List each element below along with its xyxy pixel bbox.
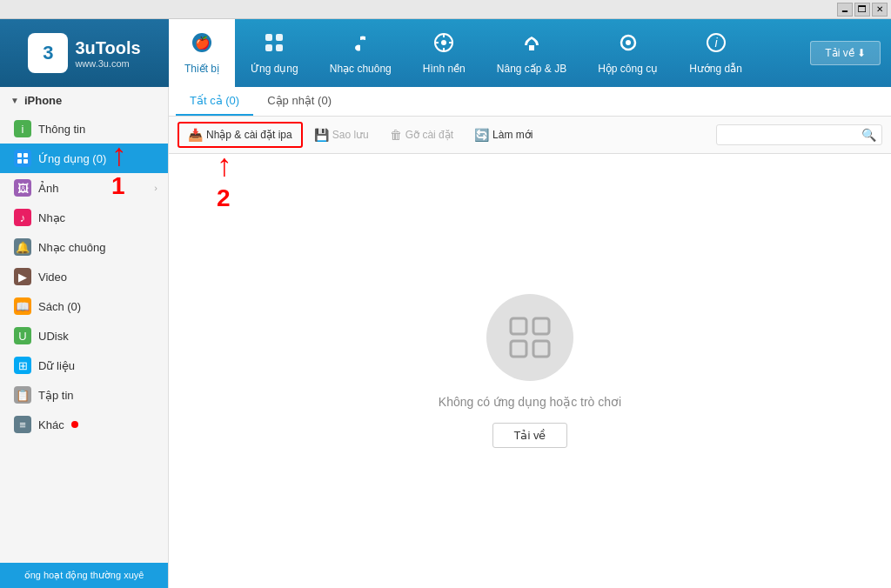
- ung-dung-icon: [263, 31, 285, 59]
- sao-luu-label: Sao lưu: [332, 129, 369, 141]
- tab-tat-ca[interactable]: Tất cả (0): [176, 87, 253, 116]
- tabs-bar: Tất cả (0) Cập nhật (0): [169, 87, 891, 117]
- du-lieu-icon: ⊞: [14, 357, 31, 374]
- thong-tin-icon: i: [14, 120, 31, 137]
- svg-rect-22: [533, 318, 549, 334]
- empty-download-button[interactable]: Tải về: [492, 423, 568, 448]
- nav-thiet-bi-label: Thiết bị: [184, 63, 219, 75]
- sao-luu-icon: 💾: [314, 128, 329, 142]
- download-button[interactable]: Tải về ⬇: [810, 41, 881, 65]
- khac-dot: [71, 421, 78, 428]
- video-icon: ▶: [14, 268, 31, 285]
- nav-nhac-chuong[interactable]: Nhạc chuông: [314, 19, 407, 87]
- nhac-label: Nhạc: [38, 211, 65, 224]
- ung-dung-label: Ứng dụng (0): [38, 152, 106, 165]
- sidebar-item-thong-tin[interactable]: i Thông tin: [0, 114, 168, 144]
- sidebar-title: iPhone: [24, 94, 62, 107]
- nhac-icon: ♪: [14, 209, 31, 226]
- nav-ung-dung[interactable]: Ứng dụng: [235, 19, 314, 87]
- close-button[interactable]: ✕: [872, 3, 888, 17]
- svg-text:🍎: 🍎: [195, 36, 211, 50]
- logo-area: 3 3uTools www.3u.com: [0, 19, 169, 87]
- sidebar-item-udisk[interactable]: U UDisk: [0, 321, 168, 351]
- empty-text: Không có ứng dụng hoặc trò chơi: [439, 395, 621, 409]
- sidebar-item-video[interactable]: ▶ Video: [0, 262, 168, 291]
- svg-rect-23: [511, 341, 526, 357]
- main-layout: ▼ iPhone i Thông tin Ứng dụng (0) 🖼 Ảnh …: [0, 87, 891, 588]
- sidebar-item-nhac-chuong[interactable]: 🔔 Nhạc chuông: [0, 232, 168, 262]
- sidebar-item-khac[interactable]: ≡ Khác: [0, 410, 168, 439]
- nav-hinh-nen[interactable]: Hình nền: [407, 19, 481, 87]
- tap-tin-icon: 📋: [14, 386, 31, 404]
- nhap-cai-dat-button[interactable]: 📥 Nhập & cài đặt ipa: [178, 122, 303, 148]
- sao-luu-button[interactable]: 💾 Sao lưu: [305, 123, 379, 147]
- sidebar-item-anh[interactable]: 🖼 Ảnh ›: [0, 173, 168, 203]
- svg-rect-4: [265, 44, 272, 51]
- svg-rect-19: [17, 159, 22, 164]
- video-label: Video: [38, 271, 67, 284]
- logo-icon: 3: [28, 33, 68, 73]
- hinh-nen-icon: [432, 31, 455, 59]
- nav-huong-dan[interactable]: i Hướng dẫn: [673, 19, 758, 87]
- collapse-arrow[interactable]: ▼: [10, 96, 19, 105]
- nav-ung-dung-label: Ứng dụng: [251, 63, 298, 75]
- nav-items: 🍎 Thiết bị Ứng dụng Nhạc chuông Hình nền: [169, 19, 891, 87]
- svg-rect-18: [23, 153, 28, 157]
- sidebar-item-tap-tin[interactable]: 📋 Tập tin: [0, 380, 168, 410]
- nav-hinh-nen-label: Hình nền: [423, 63, 466, 75]
- maximize-button[interactable]: 🗖: [854, 3, 870, 17]
- svg-rect-5: [276, 44, 283, 51]
- khac-label: Khác: [38, 418, 64, 431]
- nhac-chuong-icon: [349, 31, 372, 59]
- toolbar: 📥 Nhập & cài đặt ipa 💾 Sao lưu 🗑 Gỡ cài …: [169, 117, 891, 154]
- nav-hop-cong-cu[interactable]: Hộp công cụ: [582, 19, 673, 87]
- sach-label: Sách (0): [38, 300, 81, 313]
- lam-moi-icon: 🔄: [474, 128, 489, 142]
- nhap-cai-dat-icon: 📥: [188, 128, 203, 142]
- sidebar-item-ung-dung[interactable]: Ứng dụng (0): [0, 144, 168, 173]
- svg-rect-20: [23, 159, 28, 164]
- search-input[interactable]: [722, 129, 861, 141]
- expand-arrow: ›: [154, 183, 157, 193]
- minimize-button[interactable]: 🗕: [837, 3, 853, 17]
- go-cai-dat-button[interactable]: 🗑 Gỡ cài đặt: [380, 123, 463, 147]
- nav-nang-cap[interactable]: Nâng cấp & JB: [481, 19, 582, 87]
- nav-thiet-bi[interactable]: 🍎 Thiết bị: [169, 19, 235, 87]
- sidebar-bottom-text: ống hoạt động thường xuyê: [24, 570, 144, 580]
- sach-icon: 📖: [14, 297, 31, 315]
- sidebar-item-du-lieu[interactable]: ⊞ Dữ liệu: [0, 351, 168, 380]
- hop-cong-cu-icon: [617, 31, 640, 59]
- tap-tin-label: Tập tin: [38, 389, 74, 402]
- app-store-icon: [504, 311, 556, 364]
- nav-huong-dan-label: Hướng dẫn: [689, 63, 742, 75]
- nhac-chuong-icon: 🔔: [14, 238, 31, 256]
- window-controls: 🗕 🗖 ✕: [837, 3, 888, 17]
- svg-rect-24: [533, 341, 549, 357]
- svg-rect-21: [511, 318, 526, 334]
- nav-nang-cap-label: Nâng cấp & JB: [497, 63, 566, 75]
- go-cai-dat-icon: 🗑: [390, 128, 402, 142]
- svg-rect-3: [276, 34, 283, 41]
- sidebar-bottom: ống hoạt động thường xuyê: [0, 563, 168, 588]
- nav-right: Tải về ⬇: [810, 41, 891, 65]
- sidebar-item-sach[interactable]: 📖 Sách (0): [0, 291, 168, 321]
- anh-label: Ảnh: [38, 182, 58, 195]
- brand-name: 3uTools: [75, 38, 140, 58]
- nhap-cai-dat-label: Nhập & cài đặt ipa: [206, 129, 292, 141]
- top-nav: 3 3uTools www.3u.com 🍎 Thiết bị Ứng dụng: [0, 19, 891, 87]
- content-area: Tất cả (0) Cập nhật (0) 📥 Nhập & cài đặt…: [169, 87, 891, 588]
- content-wrapper: 📥 Nhập & cài đặt ipa 💾 Sao lưu 🗑 Gỡ cài …: [169, 117, 891, 588]
- lam-moi-button[interactable]: 🔄 Làm mới: [465, 123, 542, 147]
- svg-point-14: [626, 40, 631, 45]
- search-icon: 🔍: [861, 128, 876, 142]
- sidebar-item-nhac[interactable]: ♪ Nhạc: [0, 203, 168, 232]
- svg-text:i: i: [714, 36, 718, 50]
- tab-cap-nhat[interactable]: Cập nhật (0): [253, 87, 345, 116]
- anh-icon: 🖼: [14, 179, 31, 197]
- udisk-label: UDisk: [38, 330, 69, 343]
- sidebar-header: ▼ iPhone: [0, 87, 168, 114]
- nhac-chuong-label: Nhạc chuông: [38, 241, 105, 254]
- ung-dung-icon: [14, 150, 31, 167]
- nang-cap-icon: [520, 31, 543, 59]
- nav-nhac-chuong-label: Nhạc chuông: [330, 63, 392, 75]
